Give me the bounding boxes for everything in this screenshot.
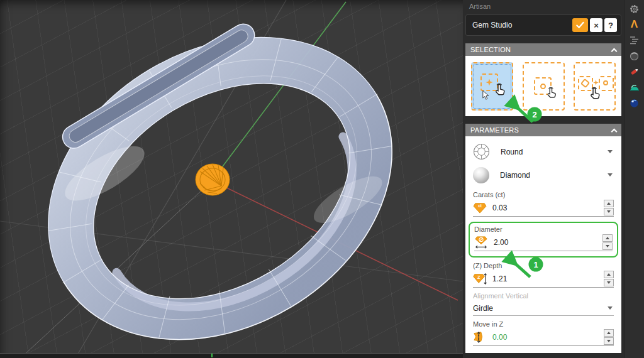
help-button[interactable]: ? <box>604 18 617 32</box>
alignment-vertical-label: Alignment Vertical <box>473 292 614 300</box>
carat-gem-icon: ct <box>473 202 487 214</box>
z-depth-input[interactable]: Z 1.21 <box>473 271 614 288</box>
parameters-content: Round Diamond Carats (ct) ct 0.03 <box>465 136 621 353</box>
3d-viewport[interactable] <box>0 0 463 358</box>
diameter-spinner <box>602 234 613 250</box>
parameters-section-header[interactable]: PARAMETERS <box>465 124 621 136</box>
command-list-icon[interactable] <box>628 34 641 46</box>
svg-text:ct: ct <box>478 203 482 208</box>
cancel-button[interactable]: × <box>590 18 602 32</box>
carats-spinner <box>604 200 614 215</box>
move-in-z-value: 0.00 <box>492 333 604 342</box>
gem-circle-icon <box>603 80 608 85</box>
alignment-vertical-field: Alignment Vertical Girdle <box>473 292 614 316</box>
diameter-value: 2.00 <box>494 238 602 247</box>
chevron-down-icon <box>608 173 613 176</box>
sparkle-icon <box>592 79 599 86</box>
zdepth-gem-icon: Z <box>473 273 487 285</box>
z-depth-value: 1.21 <box>492 274 604 283</box>
pencil-tool-icon[interactable] <box>628 65 641 78</box>
gem-object[interactable] <box>196 164 230 195</box>
diameter-highlight-box: Diameter 2.00 <box>469 222 618 258</box>
checkmark-icon <box>576 21 584 29</box>
diamond-sphere-icon <box>473 167 489 183</box>
cabochon-gem-icon[interactable] <box>628 81 641 94</box>
alignment-vertical-value: Girdle <box>473 304 608 313</box>
diameter-label: Diameter <box>474 225 613 233</box>
cut-dropdown[interactable]: Round <box>473 140 614 163</box>
side-toolbar: Λ <box>624 0 644 358</box>
selection-section-title: SELECTION <box>470 46 612 53</box>
selection-mode-single-gem[interactable] <box>523 62 565 111</box>
svg-text:Z: Z <box>477 274 480 280</box>
z-depth-label: (Z) Depth <box>473 262 614 269</box>
spin-down-button[interactable] <box>604 208 614 215</box>
material-dropdown[interactable]: Diamond <box>473 163 614 187</box>
metal-sphere-icon[interactable] <box>628 50 641 62</box>
tap-hand-icon <box>587 86 602 101</box>
carats-field: Carats (ct) ct 0.03 <box>473 191 614 217</box>
selection-mode-gem-pair[interactable] <box>574 62 616 111</box>
z-depth-spinner <box>604 271 614 286</box>
chevron-up-icon <box>611 128 618 134</box>
z-depth-field: (Z) Depth Z 1.21 <box>473 262 614 288</box>
spin-up-button[interactable] <box>602 234 613 242</box>
gem-studio-header: Gem Studio × ? <box>465 14 621 36</box>
move-in-z-field: Move in Z 0.00 <box>473 320 614 346</box>
spin-up-button[interactable] <box>604 329 614 337</box>
cut-value: Round <box>501 148 608 156</box>
panel-title: Artisan <box>465 0 621 13</box>
confirm-button[interactable] <box>572 18 588 32</box>
artisan-panel: Artisan Gem Studio × ? SELECTION <box>463 0 624 358</box>
app-window: Artisan Gem Studio × ? SELECTION <box>0 0 644 358</box>
round-cut-icon <box>473 143 490 160</box>
spin-up-button[interactable] <box>604 200 614 207</box>
spin-down-button[interactable] <box>604 279 614 286</box>
sparkle-icon <box>485 78 494 87</box>
artisan-logo[interactable]: Λ <box>628 18 641 31</box>
diameter-input[interactable]: 2.00 <box>474 234 613 251</box>
viewport-render <box>0 0 463 358</box>
mouse-cursor-icon <box>481 90 491 100</box>
carats-input[interactable]: ct 0.03 <box>473 200 614 217</box>
selection-section-header[interactable]: SELECTION <box>465 43 621 56</box>
move-in-z-label: Move in Z <box>473 320 614 328</box>
chevron-down-icon <box>608 150 613 153</box>
move-z-gem-icon <box>473 331 487 344</box>
selection-mode-group <box>465 56 621 116</box>
spin-down-button[interactable] <box>604 337 614 345</box>
spin-up-button[interactable] <box>604 271 614 278</box>
carats-label: Carats (ct) <box>473 191 614 198</box>
tool-name-label: Gem Studio <box>470 21 570 30</box>
parameters-section-title: PARAMETERS <box>470 126 612 134</box>
spin-down-button[interactable] <box>602 242 613 250</box>
move-in-z-input[interactable]: 0.00 <box>473 329 614 346</box>
chevron-up-icon <box>611 48 618 54</box>
carats-value: 0.03 <box>492 203 604 212</box>
gear-icon[interactable] <box>628 3 641 15</box>
tap-hand-icon <box>545 86 558 100</box>
viewport-status-strip <box>0 353 463 358</box>
grid-axis-marker <box>211 354 213 357</box>
tap-hand-icon <box>492 82 508 97</box>
material-value: Diamond <box>500 171 608 180</box>
alignment-vertical-dropdown[interactable]: Girdle <box>473 301 614 316</box>
selection-mode-place-gem[interactable] <box>471 62 513 111</box>
diameter-gem-icon <box>474 236 488 249</box>
chevron-down-icon <box>608 306 613 310</box>
blue-gem-icon[interactable] <box>628 97 641 109</box>
move-in-z-spinner <box>604 329 614 345</box>
